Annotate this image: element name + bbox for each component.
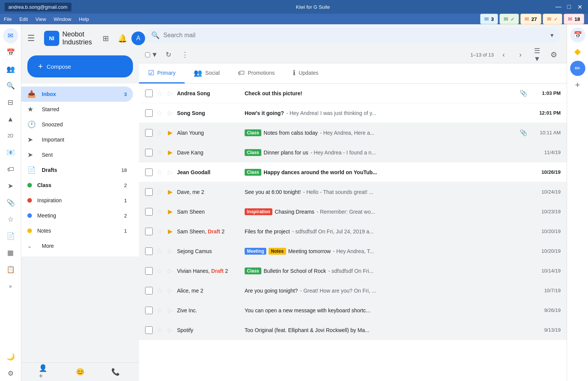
rail-filter-icon[interactable]: ⊟ — [3, 95, 18, 110]
select-dropdown-button[interactable]: ▼ — [151, 49, 158, 60]
email-row[interactable]: ☆ ▷ Spotify Too Original (feat. Elliphan… — [139, 320, 567, 340]
email-row[interactable]: ☆ ▶ Alan Young Class Notes from calss to… — [139, 123, 567, 143]
rail-contacts-icon[interactable]: 👥 — [3, 61, 18, 77]
apps-button[interactable]: ⊞ — [98, 31, 113, 46]
email-checkbox[interactable] — [145, 228, 153, 235]
face-smile-icon[interactable]: 😊 — [74, 366, 86, 378]
sidebar-item-notes[interactable]: Notes 1 — [21, 223, 133, 238]
sidebar-item-inbox[interactable]: 📥 Inbox 3 — [21, 87, 133, 102]
email-checkbox[interactable] — [145, 267, 153, 275]
star-icon[interactable]: ☆ — [156, 168, 163, 176]
view-options-button[interactable]: ☰ ▼ — [530, 48, 544, 61]
tab-social[interactable]: 👥 Social — [185, 63, 229, 83]
rail-mail-icon[interactable]: ✉ — [3, 28, 18, 43]
sidebar-item-class[interactable]: Class 2 — [21, 178, 133, 193]
email-row[interactable]: ☆ ▶ Dave, me 2 See you at 6:00 tonight! … — [139, 182, 567, 202]
rail-settings-icon[interactable]: ⚙ — [3, 366, 18, 381]
star-icon[interactable]: ☆ — [156, 208, 163, 216]
hamburger-menu[interactable]: ☰ — [24, 30, 38, 46]
email-checkbox[interactable] — [145, 208, 153, 216]
star-icon[interactable]: ☆ — [156, 109, 163, 117]
sidebar-item-sent[interactable]: ➤ Sent — [21, 147, 133, 162]
email-row[interactable]: ☆ ▶ Dave Kang Class Dinner plans for us … — [139, 143, 567, 162]
email-row[interactable]: ☆ ▷ Sejong Camus Meeting Notes Meeting t… — [139, 241, 567, 261]
tab-updates[interactable]: ℹ Updates — [284, 63, 327, 83]
rail-clip-icon[interactable]: 📎 — [3, 195, 18, 210]
menu-file[interactable]: File — [4, 16, 12, 22]
email-checkbox[interactable] — [145, 149, 153, 156]
star-icon[interactable]: ☆ — [156, 306, 163, 315]
star-icon[interactable]: ☆ — [156, 89, 163, 98]
email-checkbox[interactable] — [145, 326, 153, 334]
star-icon[interactable]: ☆ — [156, 148, 163, 157]
email-checkbox[interactable] — [145, 109, 153, 117]
search-input[interactable] — [163, 32, 545, 39]
phone-icon[interactable]: 📞 — [109, 366, 122, 378]
email-checkbox[interactable] — [145, 168, 153, 176]
counter-btn-4[interactable]: ✉ ✓ — [543, 14, 562, 24]
rail-search-icon[interactable]: 🔍 — [3, 78, 18, 93]
compose-button[interactable]: + Compose — [27, 55, 133, 77]
rail-doc-icon[interactable]: 📄 — [3, 228, 18, 244]
add-contact-icon[interactable]: 👤+ — [39, 366, 51, 378]
rail-arrow-icon[interactable]: ➤ — [3, 178, 18, 194]
right-blue-pencil-icon[interactable]: ✏ — [570, 61, 585, 76]
star-icon[interactable]: ☆ — [156, 287, 163, 295]
sidebar-item-important[interactable]: ➤ Important — [21, 132, 133, 147]
email-row[interactable]: ☆ ▷ Jean Goodall Class Happy dances arou… — [139, 162, 567, 182]
close-button[interactable]: ✕ — [576, 3, 583, 11]
settings-button[interactable]: ⚙ — [547, 48, 561, 61]
rail-chevron-icon[interactable]: » — [3, 279, 18, 294]
email-row[interactable]: ☆ ▷ Andrea Song Check out this picture! … — [139, 83, 567, 103]
email-checkbox[interactable] — [145, 287, 153, 294]
rail-tag-icon[interactable]: 🏷 — [3, 162, 18, 177]
rail-moon-icon[interactable]: 🌙 — [3, 349, 18, 364]
menu-window[interactable]: Window — [54, 16, 71, 22]
right-yellow-icon[interactable]: ◆ — [570, 44, 585, 59]
prev-page-button[interactable]: ‹ — [497, 48, 511, 61]
search-dropdown-icon[interactable]: ▼ — [549, 32, 555, 38]
notifications-button[interactable]: 🔔 — [115, 31, 130, 46]
rail-2d-icon[interactable]: 2D — [3, 128, 18, 143]
email-row[interactable]: ☆ ▷ Alice, me 2 Are you going tonight? -… — [139, 281, 567, 301]
menu-edit[interactable]: Edit — [19, 16, 28, 22]
counter-btn-1[interactable]: ✉ 3 — [480, 14, 498, 24]
maximize-button[interactable]: □ — [565, 3, 573, 11]
email-checkbox[interactable] — [145, 188, 153, 196]
more-options-button[interactable]: ⋮ — [178, 48, 192, 61]
counter-btn-5[interactable]: ✉ 18 — [564, 14, 584, 24]
email-row[interactable]: ☆ ▷ Vivian Hanes, Draft 2 Class Bulletin… — [139, 261, 567, 281]
rail-mail2-icon[interactable]: 📧 — [3, 145, 18, 160]
minimize-button[interactable]: — — [555, 3, 562, 11]
menu-view[interactable]: View — [35, 16, 46, 22]
sidebar-item-starred[interactable]: ★ Starred — [21, 102, 133, 117]
email-checkbox[interactable] — [145, 247, 153, 255]
star-icon[interactable]: ☆ — [156, 129, 163, 137]
rail-book-icon[interactable]: 📋 — [3, 262, 18, 277]
star-icon[interactable]: ☆ — [156, 326, 163, 334]
select-all-checkbox[interactable] — [145, 52, 150, 57]
tab-promotions[interactable]: 🏷 Promotions — [229, 63, 284, 83]
rail-calendar-icon[interactable]: 📅 — [3, 45, 18, 60]
tab-primary[interactable]: ☑ Primary — [139, 63, 185, 83]
next-page-button[interactable]: › — [514, 48, 527, 61]
email-checkbox[interactable] — [145, 307, 153, 314]
star-icon[interactable]: ☆ — [156, 267, 163, 275]
counter-btn-2[interactable]: ✉ ✓ — [499, 14, 519, 24]
refresh-button[interactable]: ↻ — [161, 48, 175, 61]
email-checkbox[interactable] — [145, 90, 153, 97]
sidebar-item-drafts[interactable]: 📄 Drafts 18 — [21, 162, 133, 178]
star-icon[interactable]: ☆ — [156, 188, 163, 196]
email-checkbox[interactable] — [145, 129, 153, 137]
email-row[interactable]: ☆ ▷ Zive Inc. You can open a new message… — [139, 301, 567, 320]
email-row[interactable]: ☆ ▷ Song Song How's it going? - Hey Andr… — [139, 103, 567, 123]
rail-up-icon[interactable]: ▲ — [3, 112, 18, 127]
email-row[interactable]: ☆ ▶ Sam Sheen, Draft 2 Files for the pro… — [139, 222, 567, 241]
sidebar-item-snoozed[interactable]: 🕐 Snoozed — [21, 117, 133, 132]
rail-star2-icon[interactable]: ☆ — [3, 212, 18, 227]
sidebar-item-meeting[interactable]: Meeting 2 — [21, 208, 133, 223]
rail-grid-icon[interactable]: ▦ — [3, 245, 18, 260]
star-icon[interactable]: ☆ — [156, 247, 163, 255]
sidebar-item-inspiration[interactable]: Inspiration 1 — [21, 193, 133, 208]
counter-btn-3[interactable]: ✉ 27 — [520, 14, 541, 24]
